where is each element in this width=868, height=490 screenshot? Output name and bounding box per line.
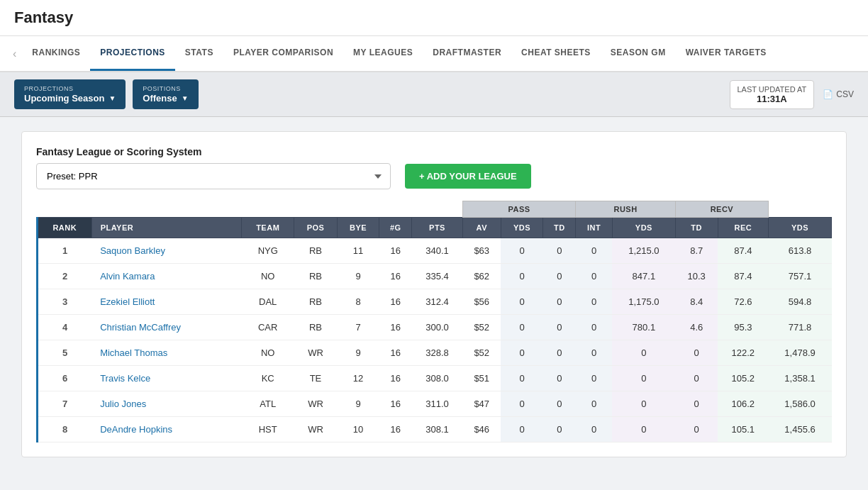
cell-pos: WR <box>294 417 338 442</box>
add-league-button[interactable]: + ADD YOUR LEAGUE <box>405 164 531 189</box>
nav-back-arrow[interactable]: ‹ <box>7 48 22 60</box>
cell-team: HST <box>242 417 294 442</box>
cell-pass-yds: 0 <box>501 366 543 391</box>
cell-player[interactable]: Christian McCaffrey <box>91 315 242 340</box>
cell-pass-td: 0 <box>543 391 576 417</box>
main-card: Fantasy League or Scoring System Preset:… <box>21 131 847 457</box>
header-av: AV <box>462 218 501 238</box>
nav-item-player-comparison[interactable]: PLAYER COMPARISON <box>223 36 343 71</box>
cell-bye: 9 <box>337 391 379 417</box>
cell-pts: 340.1 <box>412 238 462 264</box>
cell-recv-yds: 613.8 <box>769 238 832 264</box>
cell-pass-yds: 0 <box>501 391 543 417</box>
cell-pass-yds: 0 <box>501 238 543 264</box>
nav-item-rankings[interactable]: RANKINGS <box>22 36 90 71</box>
col-group-pass: PASS <box>462 201 576 218</box>
col-group-rush: RUSH <box>576 201 676 218</box>
nav-item-my-leagues[interactable]: MY LEAGUES <box>343 36 423 71</box>
header-player: PLAYER <box>91 218 242 238</box>
projections-table-wrapper: PASS RUSH RECV RANK PLAYER TEAM POS BYE … <box>36 201 832 442</box>
top-header: Fantasy <box>0 0 868 36</box>
cell-rank: 7 <box>38 391 92 417</box>
header-team: TEAM <box>242 218 294 238</box>
cell-av: $47 <box>462 391 501 417</box>
cell-pos: TE <box>294 366 338 391</box>
nav-item-stats[interactable]: STATS <box>175 36 223 71</box>
cell-rush-td: 0 <box>675 391 718 417</box>
cell-recv-yds: 1,358.1 <box>769 366 832 391</box>
cell-player[interactable]: Saquon Barkley <box>91 238 242 264</box>
cell-recv-yds: 1,586.0 <box>769 391 832 417</box>
league-row: Preset: PPR Preset: Standard Preset: Hal… <box>36 163 832 189</box>
cell-pos: RB <box>294 238 338 264</box>
nav-item-projections[interactable]: PROJECTIONS <box>90 36 175 71</box>
nav-item-season-gm[interactable]: SEASON GM <box>601 36 676 71</box>
cell-pass-td: 0 <box>543 264 576 289</box>
cell-recv-yds: 594.8 <box>769 289 832 315</box>
league-select[interactable]: Preset: PPR Preset: Standard Preset: Hal… <box>36 163 391 189</box>
cell-team: NO <box>242 264 294 289</box>
header-rank: RANK <box>38 218 92 238</box>
header-pass-yds: YDS <box>501 218 543 238</box>
col-group-row: PASS RUSH RECV <box>38 201 832 218</box>
cell-rush-yds: 0 <box>612 417 675 442</box>
cell-pts: 308.0 <box>412 366 462 391</box>
nav-item-draftmaster[interactable]: DRAFTMASTER <box>423 36 511 71</box>
cell-player[interactable]: DeAndre Hopkins <box>91 417 242 442</box>
cell-rush-td: 0 <box>675 417 718 442</box>
header-rush-yds: YDS <box>612 218 675 238</box>
cell-av: $51 <box>462 366 501 391</box>
table-row: 4 Christian McCaffrey CAR RB 7 16 300.0 … <box>38 315 832 340</box>
cell-rush-yds: 847.1 <box>612 264 675 289</box>
cell-g: 16 <box>379 315 412 340</box>
cell-av: $52 <box>462 340 501 366</box>
cell-player[interactable]: Alvin Kamara <box>91 264 242 289</box>
positions-dropdown[interactable]: POSITIONS Offense ▼ <box>133 79 198 109</box>
header-g: #G <box>379 218 412 238</box>
projections-dropdown[interactable]: PROJECTIONS Upcoming Season ▼ <box>14 79 126 109</box>
nav-item-waiver-targets[interactable]: WAIVER TARGETS <box>676 36 777 71</box>
nav-items: RANKINGSPROJECTIONSSTATSPLAYER COMPARISO… <box>22 36 777 71</box>
cell-team: NYG <box>242 238 294 264</box>
cell-team: CAR <box>242 315 294 340</box>
cell-g: 16 <box>379 264 412 289</box>
positions-dropdown-label: POSITIONS <box>143 85 181 92</box>
cell-pass-int: 0 <box>576 417 613 442</box>
header-row: RANK PLAYER TEAM POS BYE #G PTS AV YDS T… <box>38 218 832 238</box>
cell-pass-yds: 0 <box>501 315 543 340</box>
cell-bye: 8 <box>337 289 379 315</box>
nav-item-cheat-sheets[interactable]: CHEAT SHEETS <box>511 36 601 71</box>
cell-player[interactable]: Michael Thomas <box>91 340 242 366</box>
cell-rush-td: 0 <box>675 366 718 391</box>
toolbar-right: LAST UPDATED AT 11:31A 📄 CSV <box>730 80 855 109</box>
cell-g: 16 <box>379 238 412 264</box>
nav-bar: ‹ RANKINGSPROJECTIONSSTATSPLAYER COMPARI… <box>0 36 868 72</box>
cell-pass-td: 0 <box>543 289 576 315</box>
col-group-empty <box>38 201 463 218</box>
cell-rush-yds: 1,175.0 <box>612 289 675 315</box>
col-group-recv: RECV <box>675 201 768 218</box>
table-row: 8 DeAndre Hopkins HST WR 10 16 308.1 $46… <box>38 417 832 442</box>
header-recv-yds: YDS <box>769 218 832 238</box>
cell-player[interactable]: Travis Kelce <box>91 366 242 391</box>
projections-table: PASS RUSH RECV RANK PLAYER TEAM POS BYE … <box>36 201 832 442</box>
cell-recv-yds: 771.8 <box>769 315 832 340</box>
cell-rush-td: 10.3 <box>675 264 718 289</box>
csv-icon: 📄 <box>823 89 833 99</box>
cell-av: $46 <box>462 417 501 442</box>
cell-team: DAL <box>242 289 294 315</box>
cell-recv-yds: 1,478.9 <box>769 340 832 366</box>
cell-player[interactable]: Ezekiel Elliott <box>91 289 242 315</box>
cell-av: $63 <box>462 238 501 264</box>
cell-g: 16 <box>379 340 412 366</box>
cell-g: 16 <box>379 391 412 417</box>
cell-rank: 3 <box>38 289 92 315</box>
cell-player[interactable]: Julio Jones <box>91 391 242 417</box>
cell-team: ATL <box>242 391 294 417</box>
csv-button[interactable]: 📄 CSV <box>823 89 854 99</box>
projections-dropdown-arrow: ▼ <box>108 94 116 102</box>
cell-rush-yds: 0 <box>612 366 675 391</box>
cell-pts: 300.0 <box>412 315 462 340</box>
cell-rush-td: 8.4 <box>675 289 718 315</box>
cell-pos: RB <box>294 289 338 315</box>
